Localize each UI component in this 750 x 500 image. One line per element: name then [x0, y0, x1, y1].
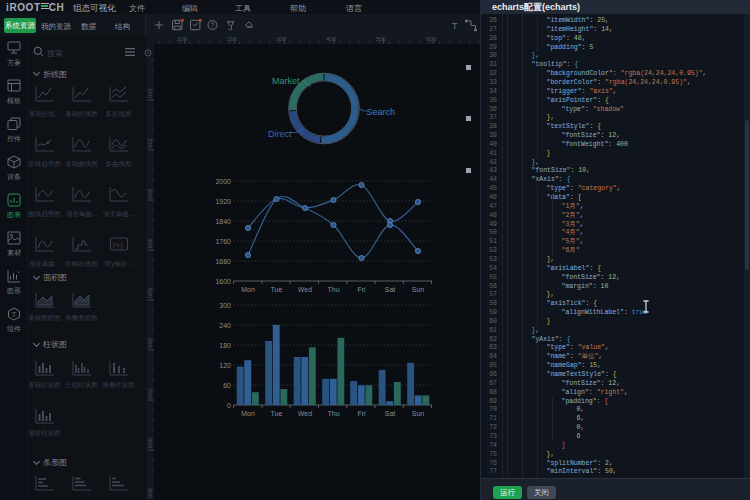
svg-text:500: 500 — [376, 36, 387, 42]
svg-text:Sat: Sat — [385, 410, 396, 417]
svg-text:400: 400 — [326, 36, 337, 42]
svg-text:Wed: Wed — [298, 410, 312, 417]
svg-text:100: 100 — [147, 88, 153, 99]
svg-text:240: 240 — [219, 322, 231, 329]
svg-text:Wed: Wed — [298, 286, 312, 293]
svg-text:1920: 1920 — [215, 198, 231, 205]
svg-text:T: T — [452, 21, 458, 31]
svg-text:800: 800 — [147, 438, 153, 449]
svg-text:Market: Market — [272, 76, 300, 86]
svg-text:Direct: Direct — [268, 129, 292, 139]
svg-text:300: 300 — [276, 36, 287, 42]
svg-text:600: 600 — [426, 36, 437, 42]
svg-text:300: 300 — [219, 302, 231, 309]
svg-text:200: 200 — [147, 138, 153, 149]
svg-text:600: 600 — [147, 338, 153, 349]
svg-text:400: 400 — [147, 238, 153, 249]
svg-text:1760: 1760 — [215, 238, 231, 245]
svg-text:700: 700 — [147, 388, 153, 399]
svg-text:60: 60 — [223, 382, 231, 389]
svg-text:T: T — [12, 310, 17, 319]
svg-text:Thu: Thu — [327, 286, 339, 293]
svg-text:Sat: Sat — [385, 286, 396, 293]
svg-text:Fri: Fri — [357, 410, 366, 417]
svg-text:1680: 1680 — [215, 258, 231, 265]
svg-text:1600: 1600 — [215, 278, 231, 285]
svg-text:Thu: Thu — [327, 410, 339, 417]
svg-text:Sun: Sun — [412, 286, 425, 293]
svg-text:1840: 1840 — [215, 218, 231, 225]
svg-text:900: 900 — [147, 488, 153, 499]
svg-text:Mon: Mon — [241, 286, 255, 293]
svg-text:Mon: Mon — [241, 410, 255, 417]
svg-text:500: 500 — [147, 288, 153, 299]
svg-text:120: 120 — [219, 362, 231, 369]
svg-text:Sun: Sun — [412, 410, 425, 417]
svg-text:Search: Search — [367, 107, 396, 117]
svg-text:0: 0 — [227, 402, 231, 409]
svg-text:300: 300 — [147, 188, 153, 199]
svg-text:Fri: Fri — [357, 286, 366, 293]
svg-text:|∿|: |∿| — [113, 241, 123, 249]
svg-text:2000: 2000 — [215, 178, 231, 185]
svg-text:200: 200 — [227, 36, 238, 42]
svg-text:Tue: Tue — [271, 286, 283, 293]
svg-text:100: 100 — [177, 36, 188, 42]
svg-text:180: 180 — [219, 342, 231, 349]
svg-text:Tue: Tue — [271, 410, 283, 417]
